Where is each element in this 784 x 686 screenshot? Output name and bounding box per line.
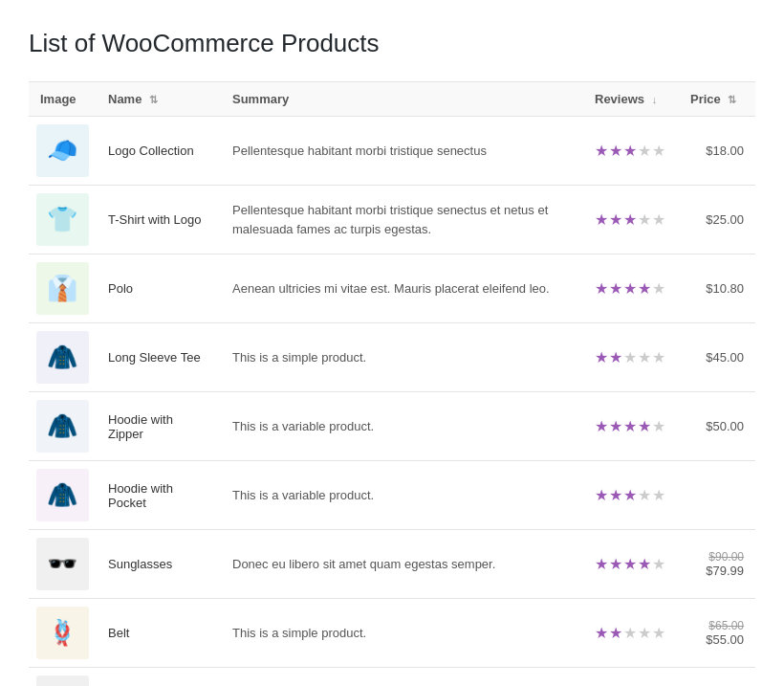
product-name: T-Shirt	[97, 668, 221, 687]
product-price: $50.00	[679, 392, 755, 461]
product-image-cell: 🧥	[29, 461, 97, 530]
star-rating: ★★★★★	[595, 143, 666, 159]
product-price: $45.00	[679, 323, 755, 392]
product-image: 🕶️	[36, 538, 89, 590]
svg-rect-16	[36, 675, 89, 686]
product-name: T-Shirt with Logo	[97, 186, 221, 254]
table-row: 🕶️ SunglassesDonec eu libero sit amet qu…	[29, 530, 755, 599]
product-price: $10.80	[679, 254, 755, 323]
product-summary: Pellentesque habitant morbi tristique se…	[221, 668, 583, 687]
product-summary: Pellentesque habitant morbi tristique se…	[221, 117, 583, 186]
product-price	[679, 461, 755, 530]
product-price: $90.00$79.99	[679, 530, 755, 599]
product-summary: Pellentesque habitant morbi tristique se…	[221, 186, 583, 254]
product-reviews: ★★★★★	[583, 392, 679, 461]
table-row: 🧥 Hoodie with PocketThis is a variable p…	[29, 461, 755, 530]
normal-price: $25.00	[706, 212, 744, 227]
original-price: $65.00	[690, 619, 744, 632]
original-price: $90.00	[690, 550, 744, 564]
product-image-cell: 🧥	[29, 392, 97, 461]
col-summary: Summary	[221, 82, 583, 117]
product-image: 🪢	[36, 607, 89, 659]
product-name: Polo	[97, 254, 221, 323]
product-name: Logo Collection	[97, 117, 221, 186]
product-image: 👕	[36, 193, 89, 246]
table-row: 👕 T-Shirt with LogoPellentesque habitant…	[29, 186, 755, 254]
product-image: 🧥	[36, 469, 89, 521]
star-rating: ★★★★★	[595, 418, 666, 434]
product-reviews: ★★★★★	[583, 254, 679, 323]
table-header-row: Image Name ⇅ Summary Reviews ↓ Price ⇅	[29, 82, 755, 117]
svg-text:🕶️: 🕶️	[47, 548, 78, 579]
product-reviews: ★★★★★	[583, 599, 679, 668]
product-reviews: ★★★★★	[583, 668, 679, 687]
col-name[interactable]: Name ⇅	[97, 82, 221, 117]
col-reviews[interactable]: Reviews ↓	[583, 82, 679, 117]
sale-price: $55.00	[690, 632, 744, 647]
product-image: 🧥	[36, 400, 89, 453]
svg-text:🧥: 🧥	[47, 410, 78, 441]
product-image: 🧥	[36, 331, 89, 384]
product-image-cell: 👔	[29, 254, 97, 323]
products-table: Image Name ⇅ Summary Reviews ↓ Price ⇅ 🧢…	[29, 81, 755, 686]
product-price: $65.00$55.00	[679, 599, 755, 668]
svg-text:🪢: 🪢	[47, 617, 78, 648]
star-rating: ★★★★★	[595, 280, 666, 297]
table-row: 🧢 Logo CollectionPellentesque habitant m…	[29, 117, 755, 186]
product-image: 👕	[36, 675, 89, 686]
table-row: 👕 T-ShirtPellentesque habitant morbi tri…	[29, 668, 755, 687]
normal-price: $45.00	[706, 350, 744, 365]
price-sort-icon[interactable]: ⇅	[728, 94, 736, 106]
product-image-cell: 🧢	[29, 117, 97, 186]
product-name: Long Sleeve Tee	[97, 323, 221, 392]
svg-text:🧥: 🧥	[47, 479, 78, 510]
svg-text:👔: 👔	[47, 273, 78, 303]
table-row: 👔 PoloAenean ultricies mi vitae est. Mau…	[29, 254, 755, 323]
col-price[interactable]: Price ⇅	[679, 82, 755, 117]
product-name: Belt	[97, 599, 221, 668]
product-name: Hoodie with Zipper	[97, 392, 221, 461]
normal-price: $50.00	[706, 419, 744, 433]
col-image: Image	[29, 82, 97, 117]
product-summary: Donec eu libero sit amet quam egestas se…	[221, 530, 583, 599]
product-summary: This is a simple product.	[221, 599, 583, 668]
sale-price: $79.99	[690, 564, 744, 578]
product-price: $25.00	[679, 186, 755, 254]
product-summary: This is a simple product.	[221, 323, 583, 392]
product-reviews: ★★★★★	[583, 186, 679, 254]
product-image: 👔	[36, 262, 89, 315]
svg-text:👕: 👕	[47, 204, 78, 234]
normal-price: $10.80	[706, 281, 744, 296]
product-image-cell: 👕	[29, 186, 97, 254]
product-image-cell: 👕	[29, 668, 97, 687]
star-rating: ★★★★★	[595, 487, 666, 503]
product-name: Hoodie with Pocket	[97, 461, 221, 530]
product-reviews: ★★★★★	[583, 323, 679, 392]
name-sort-icon[interactable]: ⇅	[149, 94, 158, 106]
product-name: Sunglasses	[97, 530, 221, 599]
product-price: $18.00	[679, 668, 755, 687]
reviews-sort-icon[interactable]: ↓	[652, 94, 658, 105]
normal-price: $18.00	[706, 144, 744, 158]
star-rating: ★★★★★	[595, 211, 666, 228]
product-image-cell: 🪢	[29, 599, 97, 668]
star-rating: ★★★★★	[595, 349, 666, 365]
star-rating: ★★★★★	[595, 556, 666, 572]
product-reviews: ★★★★★	[583, 461, 679, 530]
page-title: List of WooCommerce Products	[29, 29, 755, 58]
product-image-cell: 🕶️	[29, 530, 97, 599]
table-row: 🧥 Long Sleeve TeeThis is a simple produc…	[29, 323, 755, 392]
svg-text:🧢: 🧢	[47, 135, 78, 166]
product-price: $18.00	[679, 117, 755, 186]
svg-text:🧥: 🧥	[47, 342, 78, 372]
product-reviews: ★★★★★	[583, 117, 679, 186]
star-rating: ★★★★★	[595, 625, 666, 641]
table-row: 🪢 BeltThis is a simple product.★★★★★$65.…	[29, 599, 755, 668]
product-summary: This is a variable product.	[221, 461, 583, 530]
product-image-cell: 🧥	[29, 323, 97, 392]
table-row: 🧥 Hoodie with ZipperThis is a variable p…	[29, 392, 755, 461]
product-summary: This is a variable product.	[221, 392, 583, 461]
product-summary: Aenean ultricies mi vitae est. Mauris pl…	[221, 254, 583, 323]
product-image: 🧢	[36, 124, 89, 177]
product-reviews: ★★★★★	[583, 530, 679, 599]
